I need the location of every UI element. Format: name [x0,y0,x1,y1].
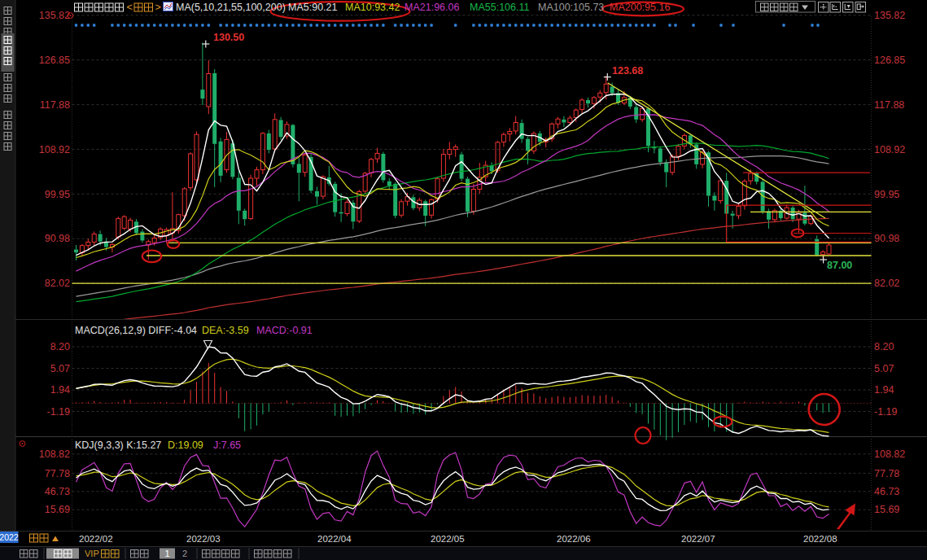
svg-text:5.07: 5.07 [874,363,894,374]
svg-text:135.82: 135.82 [39,10,70,21]
svg-text:MA100:105.73: MA100:105.73 [538,2,604,13]
svg-text:1.94: 1.94 [50,384,70,396]
svg-text:KDJ(9,3,3) K:15.27: KDJ(9,3,3) K:15.27 [75,440,161,451]
svg-text:2022/05: 2022/05 [431,534,465,544]
svg-text:2022/08: 2022/08 [803,534,837,544]
svg-text:DEA:-3.59: DEA:-3.59 [202,325,249,336]
svg-text:5.07: 5.07 [50,363,70,374]
svg-text:90.98: 90.98 [874,233,899,244]
svg-text:130.50: 130.50 [213,32,244,43]
svg-text:108.92: 108.92 [39,144,70,155]
svg-text:15.69: 15.69 [874,504,899,515]
svg-text:-1.19: -1.19 [874,406,898,418]
svg-text:99.95: 99.95 [45,189,70,200]
svg-text:126.85: 126.85 [39,55,70,66]
svg-text:117.88: 117.88 [40,99,70,111]
svg-text:1: 1 [164,549,169,558]
svg-text:2022/07: 2022/07 [681,534,715,544]
svg-text:MACD:-0.91: MACD:-0.91 [256,325,313,336]
svg-text:82.02: 82.02 [45,278,70,289]
svg-text:2022: 2022 [0,532,19,542]
svg-text:46.73: 46.73 [45,486,70,497]
svg-text:2022/03: 2022/03 [186,534,221,544]
svg-text:90.98: 90.98 [45,233,70,244]
svg-text:MA200:95.16: MA200:95.16 [610,2,670,13]
svg-text:99.95: 99.95 [874,189,899,200]
svg-text:2022/02: 2022/02 [79,534,113,544]
svg-text:<: < [127,2,133,13]
svg-text:82.02: 82.02 [874,278,899,289]
svg-text:135.82: 135.82 [874,10,905,21]
svg-text:8.20: 8.20 [50,341,70,352]
svg-text:126.85: 126.85 [874,55,905,66]
svg-text:123.68: 123.68 [612,65,643,77]
svg-text:108.82: 108.82 [874,448,905,460]
svg-text:-1.19: -1.19 [47,406,71,418]
svg-text:2: 2 [182,549,187,558]
svg-text:MA(5,10,21,55,100,200): MA(5,10,21,55,100,200) [176,2,286,13]
svg-text:77.78: 77.78 [874,468,899,479]
svg-text:MA21:96.06: MA21:96.06 [404,2,459,13]
svg-text:87.00: 87.00 [827,260,852,271]
svg-text:MA5:90.21: MA5:90.21 [288,2,338,13]
svg-text:108.82: 108.82 [39,448,70,460]
svg-text:15.69: 15.69 [45,504,70,515]
svg-text:MA10:93.42: MA10:93.42 [345,2,400,13]
svg-text:VIP: VIP [85,549,99,558]
svg-text:MACD(26,12,9) DIFF:-4.04: MACD(26,12,9) DIFF:-4.04 [75,325,197,336]
svg-text:J:7.65: J:7.65 [213,440,241,451]
svg-text:117.88: 117.88 [874,99,904,111]
svg-text:2022/04: 2022/04 [317,534,352,544]
svg-text:77.78: 77.78 [45,468,70,479]
svg-text:MA55:106.11: MA55:106.11 [470,2,529,13]
svg-text:8.20: 8.20 [874,341,894,352]
svg-text:2022/06: 2022/06 [557,534,591,544]
svg-text:D:19.09: D:19.09 [168,440,203,451]
svg-text:>: > [155,2,161,13]
svg-text:1.94: 1.94 [874,384,894,396]
svg-text:108.92: 108.92 [874,144,905,155]
svg-text:46.73: 46.73 [874,486,899,497]
